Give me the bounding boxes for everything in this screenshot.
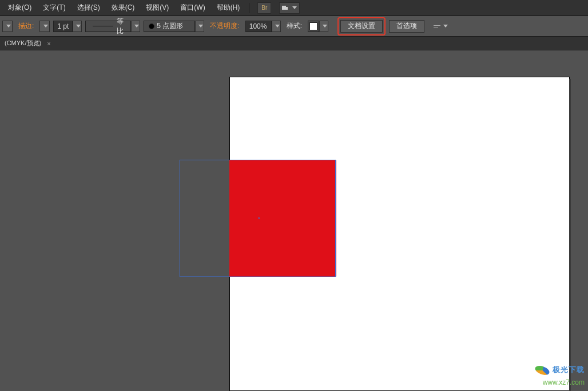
document-tab[interactable]: (CMYK/预览) × bbox=[5, 39, 55, 48]
style-swatch-icon bbox=[309, 22, 317, 30]
close-icon[interactable]: × bbox=[47, 40, 50, 47]
opacity-field[interactable]: 100% bbox=[245, 21, 281, 32]
options-bar: 描边: 1 pt 等比 5 点圆形 不透明度: 100% 样式: 文档设置 首选… bbox=[0, 16, 588, 37]
stroke-profile-dropdown[interactable]: 等比 bbox=[85, 21, 140, 32]
style-dropdown[interactable] bbox=[308, 21, 328, 32]
chevron-down-icon bbox=[43, 25, 48, 27]
grid-icon-small bbox=[285, 7, 288, 10]
brush-dot-icon bbox=[149, 23, 154, 29]
style-label: 样式: bbox=[284, 21, 304, 31]
menu-separator bbox=[249, 3, 249, 13]
stroke-label: 描边: bbox=[16, 21, 36, 31]
menu-effect[interactable]: 效果(C) bbox=[106, 1, 141, 15]
opacity-value[interactable]: 100% bbox=[245, 21, 272, 32]
chevron-down-icon[interactable] bbox=[319, 21, 328, 32]
brush-dropdown[interactable]: 5 点圆形 bbox=[144, 21, 204, 32]
watermark-url: www.xz7.com bbox=[535, 378, 585, 388]
chevron-down-icon[interactable] bbox=[195, 21, 204, 32]
canvas-area[interactable]: × 极光下载 www.xz7.com bbox=[0, 50, 588, 391]
selection-center-mark: × bbox=[257, 216, 260, 219]
arrange-documents-dropdown[interactable] bbox=[279, 2, 300, 14]
watermark-logo-icon bbox=[534, 364, 550, 376]
chevron-down-icon[interactable] bbox=[131, 21, 140, 32]
bridge-icon[interactable]: Br bbox=[257, 2, 271, 14]
opacity-label: 不透明度: bbox=[208, 21, 241, 31]
red-rectangle-shape[interactable] bbox=[229, 160, 336, 277]
menu-select[interactable]: 选择(S) bbox=[71, 1, 106, 15]
stroke-swatch-dropdown[interactable] bbox=[39, 21, 50, 32]
menu-window[interactable]: 窗口(W) bbox=[174, 1, 210, 15]
menu-view[interactable]: 视图(V) bbox=[140, 1, 174, 15]
preferences-button[interactable]: 首选项 bbox=[389, 20, 424, 33]
chevron-down-icon[interactable] bbox=[73, 21, 82, 32]
stroke-line-icon bbox=[93, 26, 113, 26]
menu-object[interactable]: 对象(O) bbox=[2, 1, 37, 15]
fill-swatch-dropdown[interactable] bbox=[2, 21, 13, 32]
document-title: (CMYK/预览) bbox=[5, 39, 41, 48]
uniform-label: 等比 bbox=[117, 17, 127, 36]
menu-bar: 对象(O) 文字(T) 选择(S) 效果(C) 视图(V) 窗口(W) 帮助(H… bbox=[0, 0, 588, 16]
watermark: 极光下载 www.xz7.com bbox=[535, 365, 585, 388]
chevron-down-icon bbox=[6, 25, 11, 27]
watermark-brand: 极光下载 bbox=[553, 365, 585, 375]
chevron-down-icon[interactable] bbox=[272, 21, 281, 32]
brush-label: 5 点圆形 bbox=[157, 21, 183, 31]
menu-type[interactable]: 文字(T) bbox=[37, 1, 71, 15]
document-tab-bar: (CMYK/预览) × bbox=[0, 37, 588, 50]
artboard-shadow bbox=[569, 79, 571, 391]
chevron-down-icon bbox=[292, 6, 297, 9]
menu-help[interactable]: 帮助(H) bbox=[211, 1, 246, 15]
align-options-dropdown[interactable] bbox=[434, 25, 448, 27]
document-setup-button[interactable]: 文档设置 bbox=[340, 20, 383, 33]
chevron-down-icon bbox=[443, 25, 448, 27]
stroke-weight-value[interactable]: 1 pt bbox=[53, 21, 73, 32]
highlight-outline: 文档设置 bbox=[337, 17, 386, 35]
stroke-weight-field[interactable]: 1 pt bbox=[53, 21, 82, 32]
